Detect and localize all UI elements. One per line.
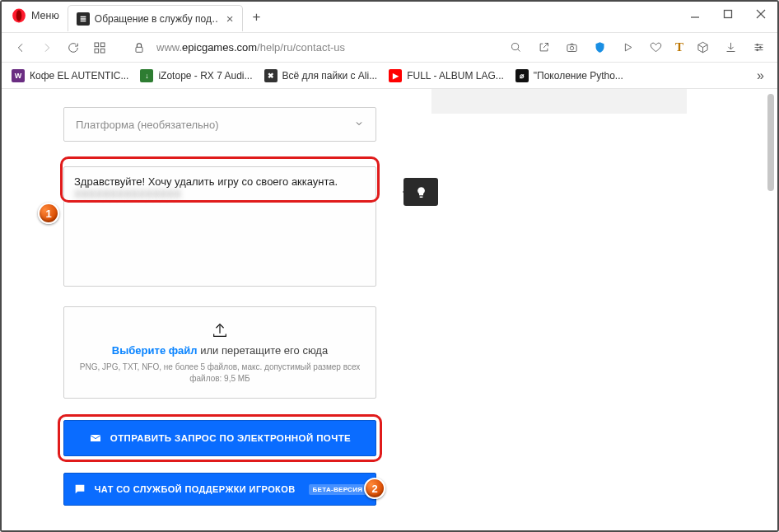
- play-icon[interactable]: [619, 39, 637, 57]
- shield-icon[interactable]: [591, 39, 609, 57]
- easy-setup-icon[interactable]: [749, 39, 767, 57]
- url-prefix: www.: [156, 41, 182, 54]
- svg-rect-3: [725, 11, 732, 18]
- window-close-button[interactable]: [744, 2, 777, 26]
- browser-tab[interactable]: Обращение в службу под… ×: [68, 5, 243, 31]
- upload-text: Выберите файл или перетащите его сюда: [112, 344, 328, 357]
- window-maximize-button[interactable]: [711, 2, 744, 26]
- upload-icon: [211, 321, 229, 339]
- tab-title: Обращение в службу под…: [95, 13, 218, 25]
- svg-rect-7: [100, 43, 105, 47]
- hint-tooltip[interactable]: [403, 178, 438, 206]
- bookmark-item[interactable]: ↓iZotope - RX 7 Audi...: [140, 69, 252, 82]
- browser-window: Меню Обращение в службу под… × + www. ep…: [0, 0, 779, 532]
- platform-placeholder: Платформа (необязательно): [76, 119, 219, 131]
- svg-line-12: [518, 49, 520, 51]
- camera-icon[interactable]: [563, 39, 581, 57]
- svg-rect-8: [95, 49, 99, 53]
- file-upload-dropzone[interactable]: Выберите файл или перетащите его сюда PN…: [63, 306, 376, 399]
- svg-rect-10: [136, 47, 142, 52]
- mail-icon: [89, 432, 102, 445]
- platform-select[interactable]: Платформа (необязательно): [63, 107, 376, 142]
- message-text: Здравствуйте! Хочу удалить игру со своег…: [74, 175, 338, 188]
- nav-forward-button[interactable]: [38, 39, 56, 57]
- tab-close-icon[interactable]: ×: [226, 12, 234, 26]
- scrollbar[interactable]: [764, 89, 776, 530]
- redacted-text: XXXXXXXXXXXXXXX: [74, 188, 181, 200]
- send-email-label: ОТПРАВИТЬ ЗАПРОС ПО ЭЛЕКТРОННОЙ ПОЧТЕ: [110, 433, 351, 443]
- scrollbar-thumb[interactable]: [767, 94, 774, 191]
- site-lock-icon[interactable]: [130, 39, 148, 57]
- sidebar-placeholder: [431, 89, 687, 114]
- bookmarks-overflow-button[interactable]: »: [757, 68, 767, 83]
- chevron-down-icon: [354, 117, 364, 132]
- download-icon[interactable]: [721, 39, 739, 57]
- reload-button[interactable]: [64, 39, 82, 57]
- new-tab-button[interactable]: +: [250, 10, 264, 25]
- window-minimize-button[interactable]: [679, 2, 711, 26]
- annotation-callout-1: 1: [38, 203, 59, 224]
- svg-rect-13: [567, 44, 576, 51]
- message-textarea[interactable]: Здравствуйте! Хочу удалить игру со своег…: [63, 166, 376, 287]
- address-actions: T: [507, 39, 767, 57]
- beta-badge: БЕТА-ВЕРСИЯ: [309, 484, 367, 495]
- bookmark-item[interactable]: ✖Всё для пайки с Ali...: [264, 69, 378, 82]
- chat-icon: [73, 483, 86, 496]
- url-path: /help/ru/contact-us: [257, 41, 345, 54]
- svg-point-20: [756, 44, 758, 45]
- chat-support-button[interactable]: ЧАТ СО СЛУЖБОЙ ПОДДЕРЖКИ ИГРОКОВ БЕТА-ВЕ…: [63, 473, 376, 506]
- svg-marker-15: [626, 44, 632, 51]
- window-controls: [679, 2, 777, 26]
- svg-point-1: [16, 10, 22, 21]
- opera-logo-icon: [12, 8, 26, 23]
- url-host: epicgames.com: [182, 41, 257, 54]
- contact-form: Платформа (необязательно) Здравствуйте! …: [63, 107, 376, 506]
- choose-file-link[interactable]: Выберите файл: [112, 344, 198, 357]
- upload-hint: PNG, JPG, TXT, NFO, не более 5 файлов, м…: [72, 362, 367, 385]
- external-link-icon[interactable]: [535, 39, 553, 57]
- svg-point-14: [571, 46, 574, 49]
- svg-point-21: [759, 47, 761, 49]
- bookmark-item[interactable]: ⌀"Поколение Pytho...: [515, 69, 623, 82]
- bookmarks-bar: WКофе EL AUTENTIC... ↓iZotope - RX 7 Aud…: [2, 63, 777, 89]
- address-bar: www. epicgames.com /help/ru/contact-us T: [2, 33, 777, 63]
- chat-button-label: ЧАТ СО СЛУЖБОЙ ПОДДЕРЖКИ ИГРОКОВ: [95, 484, 296, 494]
- heart-icon[interactable]: [647, 39, 665, 57]
- url-field[interactable]: www. epicgames.com /help/ru/contact-us: [156, 41, 499, 54]
- svg-rect-9: [100, 49, 105, 53]
- translate-icon[interactable]: T: [675, 40, 683, 54]
- nav-back-button[interactable]: [12, 39, 30, 57]
- page-content: Платформа (необязательно) Здравствуйте! …: [2, 89, 777, 530]
- send-email-button[interactable]: ОТПРАВИТЬ ЗАПРОС ПО ЭЛЕКТРОННОЙ ПОЧТЕ: [63, 420, 376, 456]
- speed-dial-button[interactable]: [91, 39, 109, 57]
- bookmark-item[interactable]: WКофе EL AUTENTIC...: [12, 69, 128, 82]
- svg-point-22: [756, 49, 758, 51]
- svg-rect-6: [95, 43, 99, 47]
- menu-label: Меню: [31, 10, 59, 21]
- bookmark-item[interactable]: ▶FULL - ALBUM LAG...: [389, 69, 504, 82]
- cube-icon[interactable]: [693, 39, 711, 57]
- opera-menu-button[interactable]: Меню: [2, 2, 68, 30]
- title-bar: Меню Обращение в службу под… × +: [2, 2, 777, 33]
- lightbulb-icon: [415, 186, 427, 198]
- annotation-callout-2: 2: [364, 478, 385, 499]
- tab-favicon-icon: [77, 12, 90, 26]
- search-icon[interactable]: [507, 39, 525, 57]
